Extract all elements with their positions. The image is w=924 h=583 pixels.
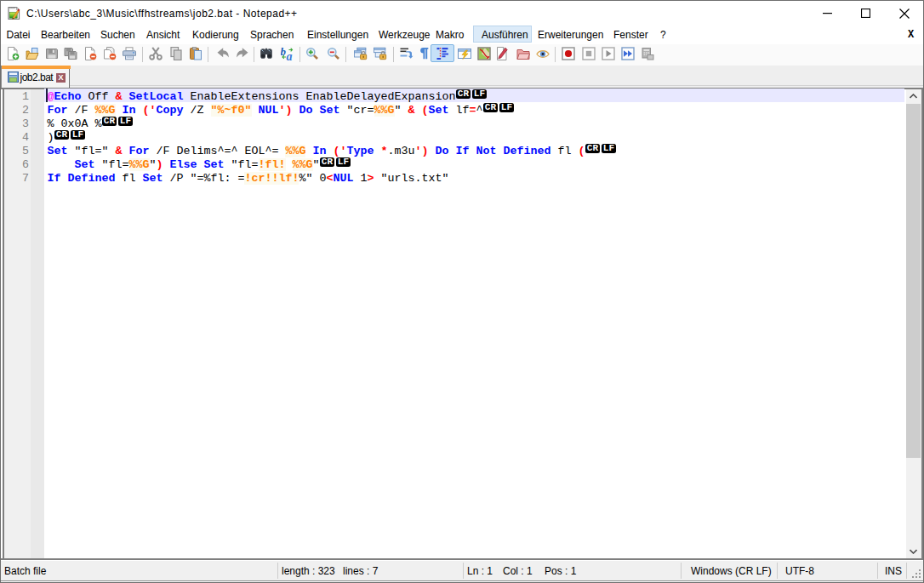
svg-text:a: a: [287, 50, 293, 60]
